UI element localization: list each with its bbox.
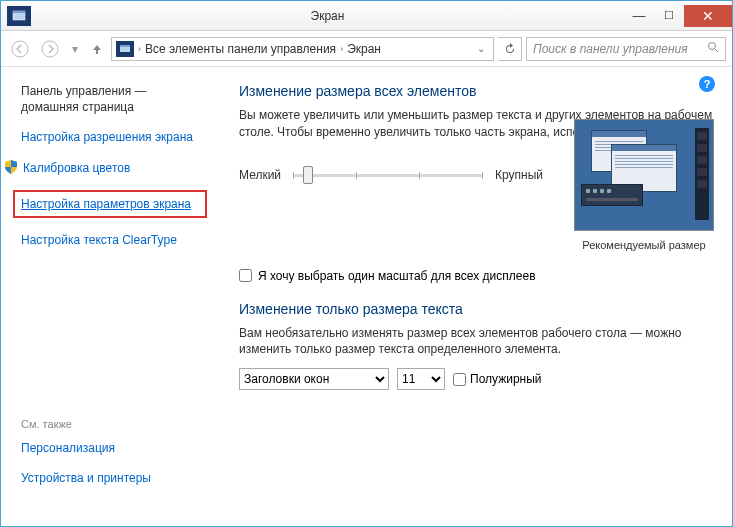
sidebar-item-resolution[interactable]: Настройка разрешения экрана <box>21 129 203 145</box>
slider-thumb[interactable] <box>303 166 313 184</box>
svg-line-7 <box>715 49 718 52</box>
chevron-right-icon: › <box>138 44 141 54</box>
address-bar[interactable]: › Все элементы панели управления › Экран… <box>111 37 494 61</box>
preview-caption: Рекомендуемый размер <box>574 239 714 251</box>
back-button[interactable] <box>7 36 33 62</box>
svg-point-2 <box>12 41 28 57</box>
size-slider[interactable] <box>293 165 483 185</box>
close-button[interactable]: ✕ <box>684 5 732 27</box>
app-icon <box>7 6 31 26</box>
history-dropdown[interactable]: ▾ <box>67 36 83 62</box>
address-dropdown[interactable]: ⌄ <box>473 43 489 54</box>
single-scale-label: Я хочу выбрать один масштаб для всех дис… <box>258 269 536 283</box>
svg-rect-1 <box>13 11 25 13</box>
window-title: Экран <box>31 9 624 23</box>
sidebar-seealso-personalization[interactable]: Персонализация <box>21 440 203 456</box>
breadcrumb-segment[interactable]: Все элементы панели управления <box>145 42 336 56</box>
nav-bar: ▾ › Все элементы панели управления › Экр… <box>1 31 732 67</box>
heading-resize-all: Изменение размера всех элементов <box>239 83 714 99</box>
sidebar-item-display-settings[interactable]: Настройка параметров экрана <box>13 190 207 218</box>
chevron-right-icon: › <box>340 44 343 54</box>
heading-text-size: Изменение только размера текста <box>239 301 714 317</box>
bold-label: Полужирный <box>470 372 542 386</box>
font-size-select[interactable]: 11 <box>397 368 445 390</box>
refresh-button[interactable] <box>498 37 522 61</box>
breadcrumb-segment[interactable]: Экран <box>347 42 381 56</box>
svg-point-6 <box>709 43 716 50</box>
text-size-description: Вам необязательно изменять размер всех э… <box>239 325 714 359</box>
svg-point-3 <box>42 41 58 57</box>
slider-max-label: Крупный <box>495 168 543 182</box>
single-scale-checkbox[interactable] <box>239 269 252 282</box>
shield-icon <box>5 160 17 174</box>
see-also-heading: См. также <box>21 418 203 430</box>
slider-min-label: Мелкий <box>239 168 281 182</box>
control-panel-home-link[interactable]: Панель управления — домашняя страница <box>21 83 203 115</box>
sidebar-item-cleartype[interactable]: Настройка текста ClearType <box>21 232 203 248</box>
sidebar: Панель управления — домашняя страница На… <box>1 67 211 526</box>
size-preview-image <box>574 119 714 231</box>
main-panel: Изменение размера всех элементов Вы може… <box>211 67 732 526</box>
element-select[interactable]: Заголовки окон <box>239 368 389 390</box>
sidebar-seealso-devices[interactable]: Устройства и принтеры <box>21 470 203 486</box>
maximize-button[interactable]: ☐ <box>654 5 684 27</box>
bold-checkbox[interactable] <box>453 373 466 386</box>
forward-button[interactable] <box>37 36 63 62</box>
svg-rect-5 <box>120 45 130 47</box>
title-bar: Экран — ☐ ✕ <box>1 1 732 31</box>
search-input[interactable] <box>533 42 701 56</box>
minimize-button[interactable]: — <box>624 5 654 27</box>
up-button[interactable] <box>87 39 107 59</box>
control-panel-icon <box>116 41 134 57</box>
sidebar-item-calibration[interactable]: Калибровка цветов <box>23 160 130 176</box>
search-box[interactable] <box>526 37 726 61</box>
search-icon <box>707 41 719 56</box>
